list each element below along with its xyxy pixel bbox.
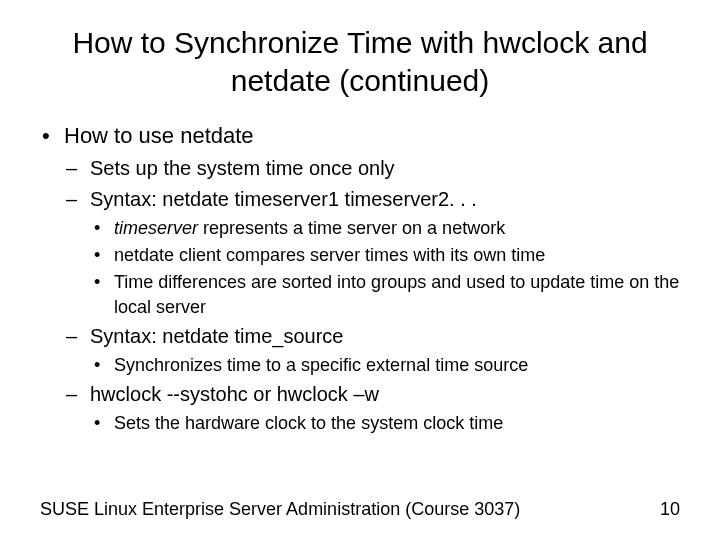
bullet-list-level3: timeserver represents a time server on a… (90, 216, 680, 319)
bullet-text: Time differences are sorted into groups … (114, 272, 679, 316)
bullet-list-level2: Sets up the system time once only Syntax… (64, 155, 680, 436)
bullet-list-level3: Synchronizes time to a specific external… (90, 353, 680, 377)
italic-term: timeserver (114, 218, 198, 238)
bullet-text: Sets up the system time once only (90, 157, 395, 179)
footer-text: SUSE Linux Enterprise Server Administrat… (40, 499, 520, 520)
bullet-text: Syntax: netdate timeserver1 timeserver2.… (90, 188, 477, 210)
bullet-text: hwclock --systohc or hwclock –w (90, 383, 379, 405)
slide-title: How to Synchronize Time with hwclock and… (40, 24, 680, 99)
slide: How to Synchronize Time with hwclock and… (0, 0, 720, 540)
bullet-list-level1: How to use netdate Sets up the system ti… (40, 121, 680, 435)
bullet-text: How to use netdate (64, 123, 254, 148)
list-item: timeserver represents a time server on a… (90, 216, 680, 240)
list-item: Sets up the system time once only (64, 155, 680, 182)
list-item: Syntax: netdate timeserver1 timeserver2.… (64, 186, 680, 319)
footer: SUSE Linux Enterprise Server Administrat… (40, 499, 680, 520)
list-item: Synchronizes time to a specific external… (90, 353, 680, 377)
bullet-text: Sets the hardware clock to the system cl… (114, 413, 503, 433)
list-item: netdate client compares server times wit… (90, 243, 680, 267)
list-item: hwclock --systohc or hwclock –w Sets the… (64, 381, 680, 435)
bullet-list-level3: Sets the hardware clock to the system cl… (90, 411, 680, 435)
bullet-text: netdate client compares server times wit… (114, 245, 545, 265)
list-item: Syntax: netdate time_source Synchronizes… (64, 323, 680, 377)
list-item: Time differences are sorted into groups … (90, 270, 680, 319)
list-item: How to use netdate Sets up the system ti… (40, 121, 680, 435)
list-item: Sets the hardware clock to the system cl… (90, 411, 680, 435)
bullet-text: Synchronizes time to a specific external… (114, 355, 528, 375)
bullet-text: represents a time server on a network (198, 218, 505, 238)
page-number: 10 (660, 499, 680, 520)
bullet-text: Syntax: netdate time_source (90, 325, 343, 347)
